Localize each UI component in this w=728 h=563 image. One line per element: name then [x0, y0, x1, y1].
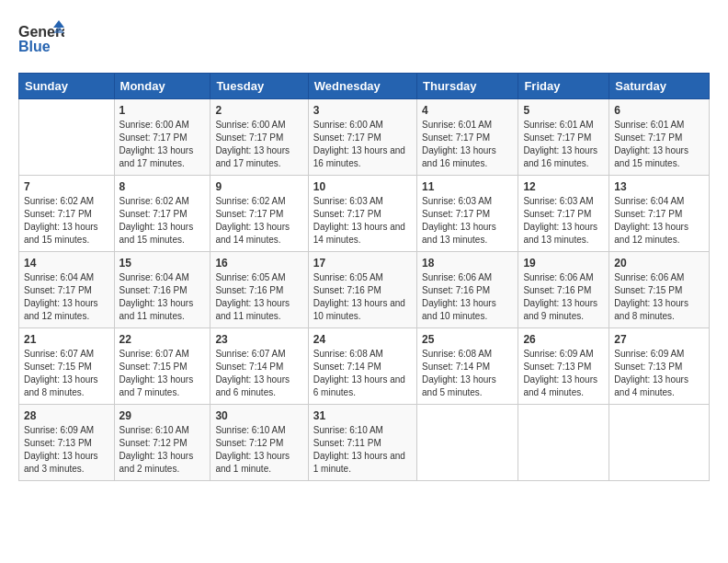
day-cell	[518, 405, 609, 481]
header-saturday: Saturday	[609, 74, 710, 99]
sunset: Sunset: 7:17 PM	[24, 209, 92, 219]
sunrise: Sunrise: 6:05 AM	[215, 272, 285, 282]
day-info: Sunrise: 6:07 AM Sunset: 7:15 PM Dayligh…	[119, 348, 206, 399]
logo: General Blue	[18, 18, 64, 63]
day-cell: 2 Sunrise: 6:00 AM Sunset: 7:17 PM Dayli…	[210, 99, 308, 176]
day-cell: 3 Sunrise: 6:00 AM Sunset: 7:17 PM Dayli…	[308, 99, 416, 176]
daylight: Daylight: 13 hours and 15 minutes.	[24, 222, 98, 245]
sunrise: Sunrise: 6:09 AM	[614, 349, 684, 359]
daylight: Daylight: 13 hours and 8 minutes.	[24, 374, 98, 397]
sunrise: Sunrise: 6:00 AM	[313, 120, 383, 130]
sunset: Sunset: 7:17 PM	[422, 132, 490, 143]
calendar-table: SundayMondayTuesdayWednesdayThursdayFrid…	[18, 73, 710, 481]
sunrise: Sunrise: 6:10 AM	[215, 425, 285, 435]
sunset: Sunset: 7:16 PM	[422, 285, 490, 295]
sunset: Sunset: 7:17 PM	[614, 132, 682, 143]
daylight: Daylight: 13 hours and 10 minutes.	[422, 298, 496, 321]
day-cell: 4 Sunrise: 6:01 AM Sunset: 7:17 PM Dayli…	[417, 99, 518, 176]
sunrise: Sunrise: 6:09 AM	[523, 349, 593, 359]
sunrise: Sunrise: 6:03 AM	[313, 196, 383, 206]
day-cell	[609, 405, 710, 481]
day-cell: 27 Sunrise: 6:09 AM Sunset: 7:13 PM Dayl…	[609, 328, 710, 405]
day-info: Sunrise: 6:10 AM Sunset: 7:12 PM Dayligh…	[119, 424, 206, 476]
day-number: 19	[523, 257, 604, 270]
day-number: 2	[215, 104, 302, 117]
day-info: Sunrise: 6:00 AM Sunset: 7:17 PM Dayligh…	[313, 119, 412, 170]
day-info: Sunrise: 6:08 AM Sunset: 7:14 PM Dayligh…	[313, 348, 412, 399]
day-cell	[417, 405, 518, 481]
day-number: 1	[119, 104, 206, 117]
day-cell: 22 Sunrise: 6:07 AM Sunset: 7:15 PM Dayl…	[114, 328, 210, 405]
sunset: Sunset: 7:17 PM	[119, 209, 188, 219]
header-tuesday: Tuesday	[210, 74, 308, 99]
day-number: 25	[422, 333, 513, 346]
header-friday: Friday	[518, 74, 609, 99]
svg-text:Blue: Blue	[18, 39, 51, 54]
day-number: 21	[24, 333, 109, 346]
week-row-2: 7 Sunrise: 6:02 AM Sunset: 7:17 PM Dayli…	[19, 176, 710, 252]
day-info: Sunrise: 6:02 AM Sunset: 7:17 PM Dayligh…	[24, 195, 109, 247]
sunrise: Sunrise: 6:10 AM	[119, 425, 189, 435]
sunset: Sunset: 7:17 PM	[313, 132, 381, 143]
day-info: Sunrise: 6:00 AM Sunset: 7:17 PM Dayligh…	[119, 119, 206, 170]
sunrise: Sunrise: 6:03 AM	[422, 196, 492, 206]
sunrise: Sunrise: 6:07 AM	[119, 349, 189, 359]
day-cell: 9 Sunrise: 6:02 AM Sunset: 7:17 PM Dayli…	[210, 176, 308, 252]
week-row-3: 14 Sunrise: 6:04 AM Sunset: 7:17 PM Dayl…	[19, 252, 710, 328]
sunrise: Sunrise: 6:06 AM	[614, 272, 684, 282]
daylight: Daylight: 13 hours and 11 minutes.	[119, 298, 194, 321]
day-number: 17	[313, 257, 412, 270]
day-info: Sunrise: 6:02 AM Sunset: 7:17 PM Dayligh…	[119, 195, 206, 247]
logo-mark: General Blue	[18, 18, 64, 63]
sunrise: Sunrise: 6:02 AM	[215, 196, 285, 206]
sunset: Sunset: 7:17 PM	[119, 132, 188, 143]
sunset: Sunset: 7:17 PM	[313, 209, 381, 219]
day-cell: 24 Sunrise: 6:08 AM Sunset: 7:14 PM Dayl…	[308, 328, 416, 405]
sunset: Sunset: 7:11 PM	[313, 438, 381, 448]
day-cell: 28 Sunrise: 6:09 AM Sunset: 7:13 PM Dayl…	[19, 405, 115, 481]
day-number: 7	[24, 180, 109, 193]
day-cell: 20 Sunrise: 6:06 AM Sunset: 7:15 PM Dayl…	[609, 252, 710, 328]
day-cell: 29 Sunrise: 6:10 AM Sunset: 7:12 PM Dayl…	[114, 405, 210, 481]
sunset: Sunset: 7:13 PM	[24, 438, 92, 448]
day-cell: 1 Sunrise: 6:00 AM Sunset: 7:17 PM Dayli…	[114, 99, 210, 176]
daylight: Daylight: 13 hours and 8 minutes.	[614, 298, 688, 321]
day-cell: 14 Sunrise: 6:04 AM Sunset: 7:17 PM Dayl…	[19, 252, 115, 328]
day-info: Sunrise: 6:10 AM Sunset: 7:12 PM Dayligh…	[215, 424, 302, 476]
daylight: Daylight: 13 hours and 16 minutes.	[523, 145, 597, 168]
week-row-1: 1 Sunrise: 6:00 AM Sunset: 7:17 PM Dayli…	[19, 99, 710, 176]
sunrise: Sunrise: 6:07 AM	[24, 349, 94, 359]
sunset: Sunset: 7:16 PM	[523, 285, 591, 295]
day-info: Sunrise: 6:06 AM Sunset: 7:15 PM Dayligh…	[614, 271, 704, 323]
sunrise: Sunrise: 6:08 AM	[313, 349, 383, 359]
day-number: 31	[313, 409, 412, 422]
daylight: Daylight: 13 hours and 6 minutes.	[313, 374, 405, 397]
day-cell: 18 Sunrise: 6:06 AM Sunset: 7:16 PM Dayl…	[417, 252, 518, 328]
header-monday: Monday	[114, 74, 210, 99]
day-number: 29	[119, 409, 206, 422]
day-info: Sunrise: 6:05 AM Sunset: 7:16 PM Dayligh…	[215, 271, 302, 323]
sunrise: Sunrise: 6:09 AM	[24, 425, 94, 435]
day-number: 18	[422, 257, 513, 270]
sunset: Sunset: 7:12 PM	[215, 438, 283, 448]
sunrise: Sunrise: 6:10 AM	[313, 425, 383, 435]
day-number: 6	[614, 104, 704, 117]
sunset: Sunset: 7:17 PM	[215, 132, 283, 143]
daylight: Daylight: 13 hours and 6 minutes.	[215, 374, 290, 397]
sunrise: Sunrise: 6:03 AM	[523, 196, 593, 206]
daylight: Daylight: 13 hours and 12 minutes.	[24, 298, 98, 321]
daylight: Daylight: 13 hours and 16 minutes.	[422, 145, 496, 168]
day-info: Sunrise: 6:01 AM Sunset: 7:17 PM Dayligh…	[614, 119, 704, 170]
header-sunday: Sunday	[19, 74, 115, 99]
sunset: Sunset: 7:13 PM	[523, 362, 591, 372]
day-info: Sunrise: 6:00 AM Sunset: 7:17 PM Dayligh…	[215, 119, 302, 170]
day-number: 15	[119, 257, 206, 270]
day-number: 16	[215, 257, 302, 270]
day-info: Sunrise: 6:05 AM Sunset: 7:16 PM Dayligh…	[313, 271, 412, 323]
day-info: Sunrise: 6:07 AM Sunset: 7:15 PM Dayligh…	[24, 348, 109, 399]
day-cell: 8 Sunrise: 6:02 AM Sunset: 7:17 PM Dayli…	[114, 176, 210, 252]
day-cell: 21 Sunrise: 6:07 AM Sunset: 7:15 PM Dayl…	[19, 328, 115, 405]
sunset: Sunset: 7:13 PM	[614, 362, 682, 372]
day-number: 12	[523, 180, 604, 193]
day-number: 9	[215, 180, 302, 193]
